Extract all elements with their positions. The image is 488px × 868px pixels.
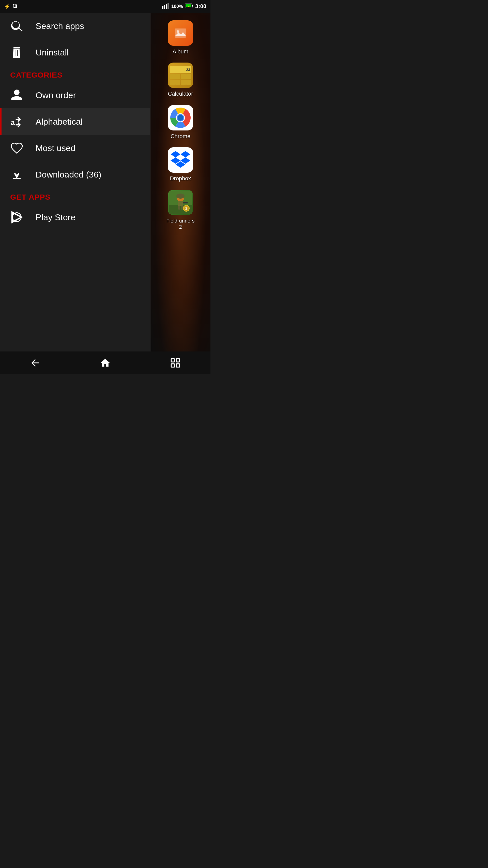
svg-point-16 xyxy=(178,115,183,121)
alphabetical-item[interactable]: a Alphabetical xyxy=(0,108,150,135)
svg-point-25 xyxy=(176,193,185,198)
app-item-chrome[interactable]: Chrome xyxy=(163,102,198,142)
svg-text:2: 2 xyxy=(185,206,187,210)
dropbox-icon xyxy=(168,147,193,173)
recents-button[interactable] xyxy=(165,355,186,371)
most-used-icon xyxy=(10,142,28,155)
apps-grid: Album 23 xyxy=(151,13,210,351)
album-label: Album xyxy=(172,48,188,55)
downloaded-item[interactable]: Downloaded (36) xyxy=(0,161,150,188)
app-item-dropbox[interactable]: Dropbox xyxy=(163,145,198,184)
play-store-label: Play Store xyxy=(36,212,75,222)
most-used-label: Most used xyxy=(36,143,75,153)
play-store-icon xyxy=(10,211,28,224)
album-icon xyxy=(168,20,193,46)
back-button[interactable] xyxy=(25,355,45,371)
svg-rect-35 xyxy=(176,364,180,367)
alphabetical-label: Alphabetical xyxy=(36,117,83,127)
svg-rect-33 xyxy=(176,359,180,362)
uninstall-icon xyxy=(10,46,28,59)
fieldrunners-icon-wrap: 2 xyxy=(168,190,193,215)
svg-rect-2 xyxy=(166,4,167,9)
svg-text:⚡: ⚡ xyxy=(187,5,190,8)
svg-marker-17 xyxy=(170,151,181,157)
app-item-calculator[interactable]: 23 Calculator xyxy=(163,60,198,100)
search-apps-item[interactable]: Search apps xyxy=(0,13,150,39)
play-store-item[interactable]: Play Store xyxy=(0,204,150,230)
fieldrunners-icon: 2 xyxy=(168,190,193,215)
photo-icon: 🖼 xyxy=(13,4,18,9)
calculator-icon: 23 xyxy=(168,63,193,88)
clock: 3:00 xyxy=(195,3,206,10)
uninstall-item[interactable]: Uninstall xyxy=(0,39,150,66)
most-used-item[interactable]: Most used xyxy=(0,135,150,161)
svg-rect-1 xyxy=(164,5,165,9)
battery-percent: 100% xyxy=(171,4,183,9)
svg-rect-27 xyxy=(183,202,188,204)
calculator-label: Calculator xyxy=(168,91,193,97)
app-item-album[interactable]: Album xyxy=(163,18,198,58)
app-item-fieldrunners[interactable]: 2 Fieldrunners 2 xyxy=(163,187,198,232)
own-order-label: Own order xyxy=(36,90,76,100)
calculator-icon-wrap: 23 xyxy=(168,63,193,88)
downloaded-label: Downloaded (36) xyxy=(36,169,101,180)
svg-rect-26 xyxy=(178,201,183,206)
categories-heading: CATEGORIES xyxy=(0,66,150,82)
svg-point-12 xyxy=(177,30,179,33)
status-icons: ⚡ 🖼 xyxy=(4,3,18,9)
svg-rect-6 xyxy=(192,5,193,7)
search-icon xyxy=(10,19,28,33)
drawer-menu: Search apps Uninstall CATEGORIES Own ord… xyxy=(0,13,150,351)
apps-panel: Album 23 xyxy=(151,13,210,351)
album-icon-wrap xyxy=(168,20,193,46)
get-apps-heading: GET APPS xyxy=(0,188,150,204)
svg-rect-11 xyxy=(175,29,186,38)
home-button[interactable] xyxy=(95,355,116,371)
alphabetical-icon: a xyxy=(10,115,28,128)
battery-icon: ⚡ xyxy=(185,3,193,10)
svg-rect-3 xyxy=(167,3,169,9)
svg-rect-28 xyxy=(178,206,180,210)
fieldrunners-label: Fieldrunners 2 xyxy=(165,218,196,230)
svg-text:a: a xyxy=(11,119,15,126)
dropbox-label: Dropbox xyxy=(170,175,191,182)
search-apps-label: Search apps xyxy=(36,21,84,31)
svg-marker-18 xyxy=(181,151,190,157)
downloaded-icon xyxy=(10,168,28,181)
svg-rect-29 xyxy=(181,206,183,210)
chrome-icon-wrap xyxy=(168,105,193,130)
status-right: 100% ⚡ 3:00 xyxy=(162,3,206,10)
chrome-icon xyxy=(168,105,193,130)
svg-rect-0 xyxy=(162,6,163,9)
main-container: Search apps Uninstall CATEGORIES Own ord… xyxy=(0,13,210,351)
own-order-icon xyxy=(10,89,28,102)
chrome-label: Chrome xyxy=(170,133,190,140)
status-bar: ⚡ 🖼 100% ⚡ 3:00 xyxy=(0,0,210,13)
own-order-item[interactable]: Own order xyxy=(0,82,150,108)
dropbox-icon-wrap xyxy=(168,147,193,173)
nav-bar xyxy=(0,351,210,374)
usb-icon: ⚡ xyxy=(4,3,10,9)
uninstall-label: Uninstall xyxy=(36,48,69,58)
signal-icon xyxy=(162,3,169,10)
svg-rect-34 xyxy=(171,364,174,367)
svg-rect-32 xyxy=(171,359,174,362)
